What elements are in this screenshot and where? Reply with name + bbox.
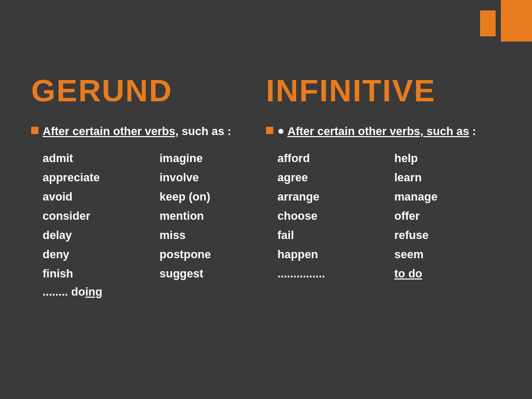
gerund-header-text: After certain other verbs, such as : [43, 124, 231, 139]
gerund-header-underlined: After certain other verbs, [43, 125, 179, 138]
gerund-verb-admit: admit [43, 150, 149, 167]
gerund-doing-line: ........ doing [43, 285, 266, 299]
gerund-doing-underlined: ing [85, 285, 102, 298]
gerund-verb-consider: consider [43, 207, 149, 224]
infinitive-verb-seem: seem [394, 246, 501, 263]
infinitive-verb-manage: manage [394, 188, 501, 205]
gerund-bullet [31, 127, 38, 134]
gerund-verb-delay: delay [43, 227, 149, 244]
infinitive-verb-dots: ............... [277, 265, 384, 282]
infinitive-verb-fail: fail [277, 227, 384, 244]
infinitive-section-header: ● After certain other verbs, such as : [266, 124, 501, 139]
infinitive-title: INFINITIVE [266, 73, 501, 109]
gerund-column: GERUND After certain other verbs, such a… [31, 73, 266, 378]
gerund-verb-avoid: avoid [43, 188, 149, 205]
gerund-verb-involve: involve [159, 169, 266, 186]
infinitive-verb-todo: to do [394, 265, 501, 282]
infinitive-verbs-grid: afford help agree learn arrange manage c… [277, 150, 501, 282]
gerund-verb-suggest: suggest [159, 265, 266, 282]
gerund-header-normal: such as : [179, 125, 231, 138]
infinitive-verb-happen: happen [277, 246, 384, 263]
main-content: GERUND After certain other verbs, such a… [0, 0, 532, 399]
infinitive-bullet-square [266, 127, 273, 134]
infinitive-bullet-dot: ● [277, 124, 284, 138]
gerund-verb-postpone: postpone [159, 246, 266, 263]
infinitive-bullet-circle-wrap: ● After certain other verbs, such as : [277, 124, 476, 139]
infinitive-verb-choose: choose [277, 207, 384, 224]
infinitive-verb-refuse: refuse [394, 227, 501, 244]
gerund-verb-keep: keep (on) [159, 188, 266, 205]
infinitive-column: INFINITIVE ● After certain other verbs, … [266, 73, 501, 378]
gerund-section-header: After certain other verbs, such as : [31, 124, 266, 139]
gerund-verbs-grid: admit imagine appreciate involve avoid k… [43, 150, 266, 282]
orange-rect-small [480, 10, 496, 36]
gerund-dots: ........ [43, 285, 68, 298]
orange-rect-top [501, 0, 532, 42]
gerund-verb-imagine: imagine [159, 150, 266, 167]
gerund-verb-miss: miss [159, 227, 266, 244]
infinitive-verb-help: help [394, 150, 501, 167]
gerund-doing-text: do [68, 285, 85, 298]
gerund-verb-mention: mention [159, 207, 266, 224]
infinitive-header-normal: : [469, 125, 476, 138]
gerund-title: GERUND [31, 73, 266, 109]
gerund-verb-appreciate: appreciate [43, 169, 149, 186]
infinitive-verb-arrange: arrange [277, 188, 384, 205]
infinitive-verb-offer: offer [394, 207, 501, 224]
gerund-verb-finish: finish [43, 265, 149, 282]
gerund-verb-deny: deny [43, 246, 149, 263]
infinitive-verb-learn: learn [394, 169, 501, 186]
infinitive-header-underlined: After certain other verbs, such as [287, 125, 469, 138]
infinitive-verb-agree: agree [277, 169, 384, 186]
infinitive-header-text: After certain other verbs, such as : [287, 124, 476, 139]
infinitive-verb-afford: afford [277, 150, 384, 167]
